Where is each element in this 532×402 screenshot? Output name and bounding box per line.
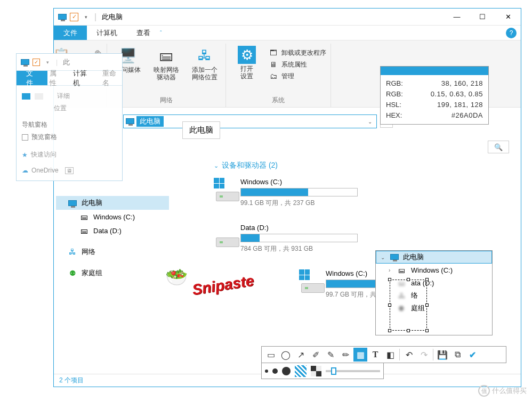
redo-button[interactable]: ↷ [417,348,431,362]
qat-dropdown-icon: ▾ [42,57,53,68]
pattern-hatch[interactable] [295,365,307,377]
undo-button[interactable]: ↶ [402,348,416,362]
ghost-window: ✓ ▾ | 此 文件 属性 计算机 重命名 详细 位置 导航窗格 预览窗格 ★快… [16,53,123,181]
maximize-button[interactable]: ☐ [470,9,495,26]
ghost-quick: ★快速访问 [22,149,117,161]
nav-c-drive[interactable]: 🖴Windows (C:) [56,210,169,224]
item-count: 2 个项目 [59,376,84,385]
settings-label: 打开 设置 [240,65,253,80]
qat-checkbox-icon[interactable]: ✓ [70,13,78,21]
resize-handle[interactable] [425,329,429,332]
slider-thumb[interactable] [331,367,336,375]
arrow-tool[interactable]: ↗ [294,348,308,362]
brush-size-large[interactable] [282,367,291,375]
copy-button[interactable]: ⧉ [450,348,464,362]
address-bar[interactable]: 此电脑 ⌄ [123,114,377,128]
add-location-icon: 🖧 [195,46,214,65]
pen-tool[interactable]: ✎ [324,348,337,362]
ellipse-tool[interactable]: ◯ [279,348,293,362]
address-path[interactable]: 此电脑 [136,116,164,127]
nav-d-drive[interactable]: 🖴Data (D:) [56,224,169,237]
ghost-preview-pane: 预览窗格 [22,131,117,143]
nav-network[interactable]: 🖧网络 [56,245,169,259]
resize-handle[interactable] [388,303,391,307]
drive-name: Data (D:) [240,224,358,232]
section-header[interactable]: ⌄ 设备和驱动器 (2) [214,161,510,170]
help-icon[interactable]: ? [506,28,517,38]
nav-homegroup[interactable]: ⚉家庭组 [56,266,169,280]
drive-icon: 🖴 [398,266,408,274]
resize-handle[interactable] [425,303,429,307]
resize-handle[interactable] [407,278,410,281]
watermark-icon: 值 [478,385,490,397]
nav-pane: 此电脑 🖴Windows (C:) 🖴Data (D:) 🖧网络 ⚉家庭组 [54,193,171,373]
qat-checkbox-icon: ✓ [33,59,40,66]
ribbon-collapse-icon[interactable]: ˆ [160,30,162,36]
rgb-float: 0.15, 0.63, 0.85 [409,89,483,100]
uninstall-icon: 🗔 [269,48,278,58]
address-dropdown-icon[interactable]: ⌄ [366,119,374,125]
window-title: 此电脑 [102,12,123,22]
resize-handle[interactable] [407,329,410,332]
nav-this-pc[interactable]: 此电脑 [56,196,169,210]
resize-handle[interactable] [388,329,391,332]
addloc-label: 添加一个 网络位置 [192,66,217,81]
snipaste-toolbar: ▭ ◯ ↗ ✐ ✎ ✏ ▦ T ◧ ↶ ↷ 💾 ⧉ ✔ [261,346,506,379]
confirm-button[interactable]: ✔ [465,348,479,362]
address-tooltip: 此电脑 [182,121,220,139]
capacity-bar [240,234,358,242]
sysprops-button[interactable]: 🖥系统属性 [269,60,326,69]
drive-item[interactable]: Data (D:) 784 GB 可用，共 931 GB [214,224,358,253]
search-input[interactable]: 🔍 [488,141,509,153]
map-label: 映射网络 驱动器 [154,66,179,81]
drive-name: Windows (C:) [240,178,358,186]
resize-handle[interactable] [425,278,429,281]
homegroup-icon: ⚉ [68,268,77,278]
selection-marquee[interactable] [390,280,427,331]
ghost-rename: 重命名 [100,71,122,85]
open-settings-button[interactable]: ⚙ 打开 设置 [230,46,263,80]
ghost-tab-file[interactable]: 文件 [17,71,47,85]
marker-tool[interactable]: ✏ [338,348,352,362]
close-button[interactable]: ✕ [495,9,521,26]
hsl: 199, 181, 128 [409,100,483,110]
rect-tool[interactable]: ▭ [264,348,278,362]
minimize-button[interactable]: — [444,9,470,26]
opacity-slider[interactable] [326,370,380,372]
tree-c[interactable]: ›🖴Windows (C:) [376,264,492,276]
uninstall-button[interactable]: 🗔卸载或更改程序 [269,48,326,58]
drive-item[interactable]: Windows (C:) 99.1 GB 可用，共 237 GB [214,178,358,208]
drive-icon: 🖴 [79,212,89,221]
chevron-right-icon[interactable]: › [389,267,395,273]
eyedropper-tool[interactable]: ✐ [309,348,323,362]
brush-size-small[interactable] [265,370,268,373]
ghost-tab-computer[interactable]: 计算机 [63,71,100,85]
drive-stats: 784 GB 可用，共 931 GB [240,244,358,253]
checkbox-icon [22,134,28,141]
network-group-label: 网络 [160,95,173,107]
tab-file[interactable]: 文件 [54,26,87,40]
chevron-down-icon[interactable]: ⌄ [381,255,387,260]
floating-tree[interactable]: ⌄此电脑 ›🖴Windows (C:) 🖴ata (D:) 🖧络 ⚉庭组 [375,250,493,335]
manage-button[interactable]: 🗂管理 [269,71,326,81]
map-drive-icon: 🖴 [157,46,176,65]
tab-view[interactable]: 查看 [127,26,160,40]
pattern-checker[interactable] [311,366,321,376]
ribbon-group-system: ⚙ 打开 设置 🗔卸载或更改程序 🖥系统属性 🗂管理 系统 [226,44,331,107]
watermark: 值 什么值得买 [478,385,527,397]
titlebar: ✓ ▾ | 此电脑 — ☐ ✕ [54,9,521,26]
eraser-tool[interactable]: ◧ [383,348,397,362]
brush-size-med[interactable] [272,368,278,374]
capacity-bar [240,188,358,196]
tab-computer[interactable]: 计算机 [87,26,127,40]
mosaic-tool[interactable]: ▦ [353,348,367,362]
quick-access-toolbar: ✓ ▾ [54,12,94,22]
resize-handle[interactable] [388,278,391,281]
pc-icon [57,12,68,22]
text-tool[interactable]: T [368,348,382,362]
qat-dropdown-icon[interactable]: ▾ [80,12,91,22]
add-location-button[interactable]: 🖧 添加一个 网络位置 [188,46,221,81]
tree-root[interactable]: ⌄此电脑 [376,251,492,264]
save-button[interactable]: 💾 [436,348,449,362]
map-drive-button[interactable]: 🖴 映射网络 驱动器 [150,46,183,81]
